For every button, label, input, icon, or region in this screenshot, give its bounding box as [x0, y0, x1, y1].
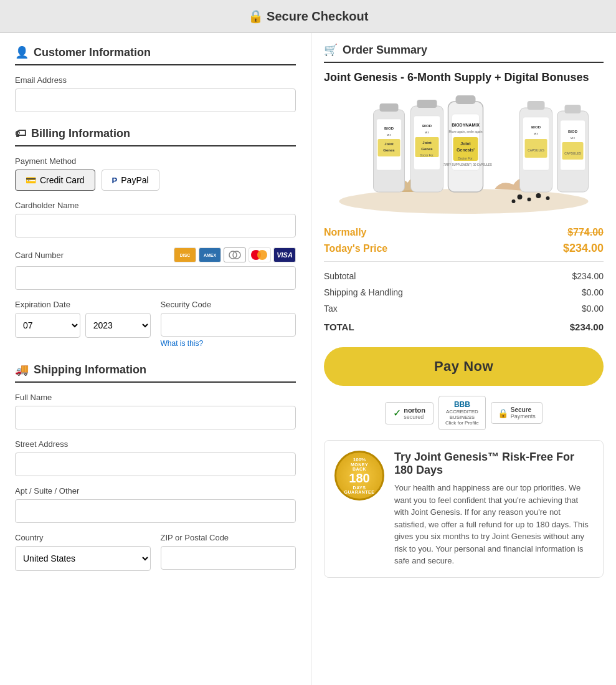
expiry-year-select[interactable]: 202320242025 202620272028 20292030 — [85, 313, 151, 338]
card-number-input[interactable] — [15, 266, 296, 290]
customer-icon: 👤 — [15, 46, 29, 59]
guarantee-back: BACK — [353, 467, 366, 471]
payment-method-label: Payment Method — [15, 156, 296, 166]
svg-text:Genes: Genes — [421, 147, 433, 151]
expiry-cvv-row: Expiration Date 01020304 05060708 091011… — [15, 300, 296, 348]
shipping-row: Shipping & Handling $0.00 — [324, 284, 604, 300]
svg-text:MIX: MIX — [387, 133, 391, 137]
shipping-section-header: 🚚 Shipping Information — [15, 363, 296, 383]
svg-text:MIX: MIX — [534, 132, 538, 135]
order-summary-header: 🛒 Order Summary — [324, 43, 604, 63]
expiry-month-select[interactable]: 01020304 05060708 09101112 — [15, 313, 80, 338]
total-value: $234.00 — [570, 322, 604, 332]
customer-section-title: Customer Information — [34, 46, 151, 59]
shipping-label: Shipping & Handling — [324, 287, 403, 297]
trust-badges: ✓ norton secured BBB ACCREDITEDBUSINESSC… — [324, 396, 604, 430]
svg-text:DIETARY SUPPLEMENT | 30 CAPSUL: DIETARY SUPPLEMENT | 30 CAPSULES — [439, 163, 492, 166]
order-details: Subtotal $234.00 Shipping & Handling $0.… — [324, 261, 604, 337]
subtotal-label: Subtotal — [324, 271, 356, 281]
norton-text: norton — [404, 406, 425, 414]
svg-point-5 — [536, 193, 541, 198]
discover-icon: DISC — [174, 247, 196, 262]
secure-icon: 🔒 — [498, 408, 508, 418]
secure-text: Secure — [511, 406, 536, 413]
street-address-field-group: Street Address — [15, 439, 296, 476]
street-label: Street Address — [15, 439, 296, 449]
subtotal-row: Subtotal $234.00 — [324, 268, 604, 284]
billing-section: 🏷 Billing Information Payment Method 💳 C… — [15, 127, 296, 348]
apt-field-group: Apt / Suite / Other — [15, 486, 296, 523]
cardholder-label: Cardholder Name — [15, 201, 296, 210]
credit-card-button[interactable]: 💳 Credit Card — [15, 170, 95, 191]
norton-badge: ✓ norton secured — [385, 402, 434, 424]
billing-section-title: Billing Information — [31, 127, 130, 140]
svg-text:CAPSULES: CAPSULES — [564, 151, 581, 155]
apt-input[interactable] — [15, 499, 296, 523]
pay-now-button[interactable]: Pay Now — [324, 347, 604, 386]
shipping-value: $0.00 — [582, 287, 604, 297]
country-label: Country — [15, 533, 151, 542]
email-field-group: Email Address — [15, 75, 296, 112]
guarantee-section: 100% MONEY BACK 180 DAYS GUARANTEE Try J… — [324, 440, 604, 578]
full-name-field-group: Full Name — [15, 393, 296, 429]
total-label: TOTAL — [324, 322, 354, 332]
order-summary-title: Order Summary — [343, 44, 427, 57]
total-row: TOTAL $234.00 — [324, 317, 604, 337]
normally-row: Normally $774.00 — [324, 227, 604, 238]
svg-text:CAPSULES: CAPSULES — [528, 148, 544, 152]
zip-field: ZIP or Postal Code — [161, 533, 296, 571]
product-title: Joint Genesis - 6-Month Supply + Digital… — [324, 70, 604, 85]
svg-text:Joint: Joint — [460, 141, 471, 146]
guarantee-title: Try Joint Genesis™ Risk-Free For 180 Day… — [394, 451, 593, 477]
svg-rect-31 — [456, 95, 476, 104]
guarantee-label: GUARANTEE — [344, 490, 375, 494]
country-zip-row: Country United States Canada United King… — [15, 533, 296, 571]
guarantee-content: Try Joint Genesis™ Risk-Free For 180 Day… — [394, 451, 593, 567]
right-panel: 🛒 Order Summary Joint Genesis - 6-Month … — [311, 33, 616, 685]
svg-text:Joint: Joint — [422, 141, 431, 145]
subtotal-value: $234.00 — [572, 271, 604, 281]
svg-point-3 — [518, 194, 523, 199]
guarantee-circle: 100% MONEY BACK 180 DAYS GUARANTEE — [334, 451, 384, 501]
full-name-input[interactable] — [15, 406, 296, 429]
svg-point-6 — [546, 196, 550, 200]
today-label: Today's Price — [324, 243, 387, 254]
tax-row: Tax $0.00 — [324, 300, 604, 317]
product-bottles-svg: BIOD MIX CAPSULES BIOD MIX CAPSULES BIOD… — [324, 92, 604, 217]
header-title: Secure Checkout — [267, 9, 368, 23]
cart-icon: 🛒 — [324, 43, 338, 57]
email-input[interactable] — [15, 89, 296, 112]
svg-rect-12 — [562, 142, 584, 160]
what-is-this-link[interactable]: What is this? — [161, 339, 296, 348]
today-price: $234.00 — [563, 242, 604, 255]
cvv-label: Security Code — [161, 300, 296, 309]
cardholder-input[interactable] — [15, 214, 296, 237]
cvv-input[interactable] — [161, 313, 296, 337]
guarantee-money: 100% — [353, 457, 366, 462]
amex-icon: AMEX — [199, 247, 221, 262]
guarantee-days-label: DAYS — [353, 486, 366, 490]
credit-card-icon: 💳 — [26, 175, 36, 185]
street-input[interactable] — [15, 453, 296, 476]
svg-rect-14 — [565, 105, 581, 113]
norton-sub: secured — [404, 414, 425, 420]
paypal-label: PayPal — [121, 175, 148, 185]
normally-label: Normally — [324, 227, 366, 238]
zip-input[interactable] — [161, 546, 296, 570]
expiry-group: Expiration Date 01020304 05060708 091011… — [15, 300, 151, 338]
mastercard-icon — [249, 247, 271, 262]
credit-card-label: Credit Card — [40, 175, 85, 185]
shipping-icon: 🚚 — [15, 363, 29, 376]
paypal-button[interactable]: P PayPal — [102, 170, 159, 191]
expiry-selects: 01020304 05060708 09101112 202320242025 … — [15, 313, 151, 338]
guarantee-money-back: MONEY — [351, 462, 368, 467]
shipping-section-title: Shipping Information — [34, 363, 146, 376]
card-icons: DISC AMEX VISA — [174, 247, 296, 262]
country-select[interactable]: United States Canada United Kingdom Aust… — [15, 546, 151, 571]
bbb-sub-text: ACCREDITEDBUSINESSClick for Profile — [445, 409, 479, 426]
cvv-group: Security Code What is this? — [161, 300, 296, 348]
email-label: Email Address — [15, 75, 296, 85]
paypal-icon: P — [112, 176, 118, 185]
billing-section-header: 🏷 Billing Information — [15, 127, 296, 146]
normally-price: $774.00 — [567, 227, 604, 238]
